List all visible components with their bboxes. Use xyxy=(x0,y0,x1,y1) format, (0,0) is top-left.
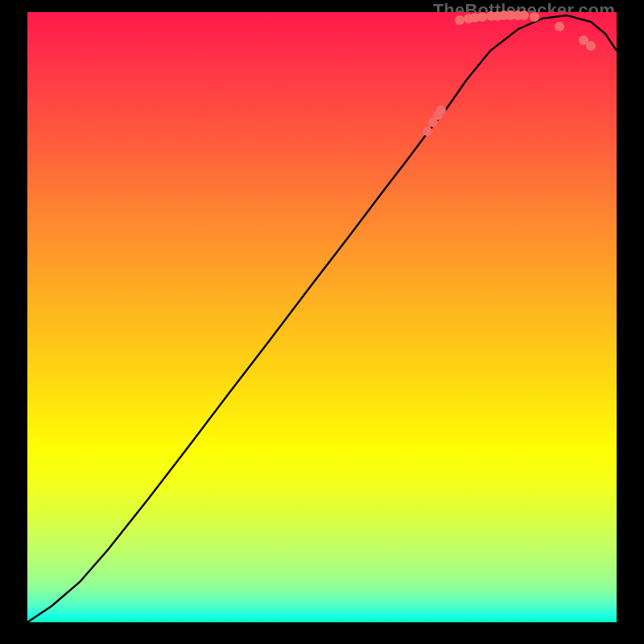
data-marker xyxy=(530,12,539,22)
data-marker xyxy=(586,41,596,51)
data-marker xyxy=(423,126,432,136)
data-marker xyxy=(436,105,446,115)
data-marker xyxy=(519,10,529,20)
chart-frame: TheBottlenecker.com xyxy=(0,0,644,644)
bottleneck-curve xyxy=(27,15,617,622)
data-marker xyxy=(555,22,564,31)
curve-svg xyxy=(27,12,617,622)
plot-area xyxy=(27,12,617,622)
